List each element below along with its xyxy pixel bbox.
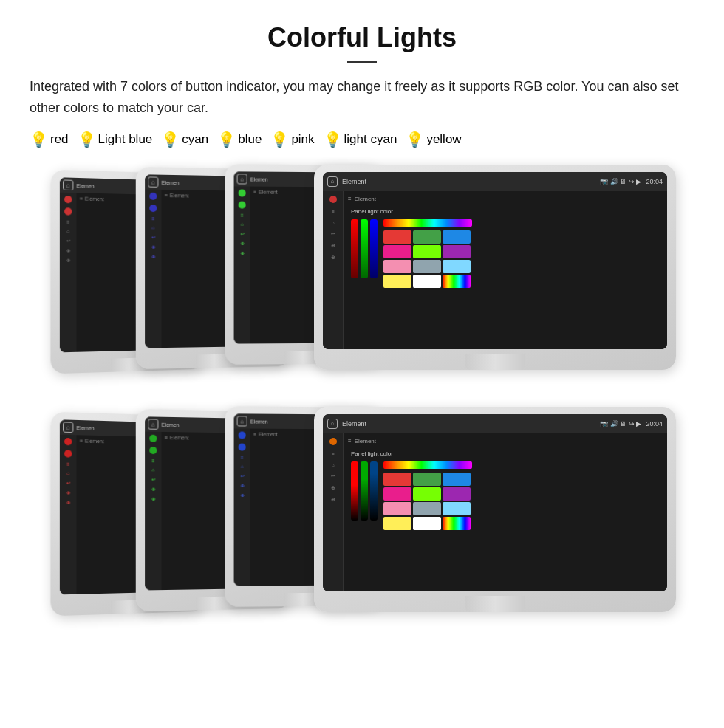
bot-swatch-rainbow[interactable] (443, 517, 471, 530)
home-icon-2: ⌂ (148, 176, 158, 187)
bot-swatch-green[interactable] (413, 473, 441, 486)
bot-title-1: Elemen (77, 425, 95, 430)
home-icon-main-top: ⌂ (327, 176, 338, 187)
bot-rainbow[interactable] (383, 461, 472, 469)
main-body-top: ≡ ⌂ ↩ ⊕ ⊕ ≡ Element (323, 191, 667, 349)
page-title: Colorful Lights (30, 22, 694, 53)
element-text-2: Element (170, 193, 189, 198)
main-body-bot: ≡ ⌂ ↩ ⊕ ⊕ ≡ Element Panel (323, 433, 667, 591)
main-time-bot: 20:04 (646, 420, 663, 427)
bot-dot-1 (64, 438, 72, 445)
bot-main-home[interactable]: ⌂ (326, 462, 340, 467)
sidebar-icon-g2: ⌂ (236, 222, 248, 226)
bot-menu-2: ≡ (165, 435, 168, 440)
bot-main-add1[interactable]: ⊕ (326, 485, 340, 491)
bot-swatch-purple[interactable] (443, 487, 471, 501)
main-sidebar-top: ≡ ⌂ ↩ ⊕ ⊕ (323, 191, 344, 349)
bot-home-3: ⌂ (237, 416, 247, 426)
main-time-top: 20:04 (646, 178, 663, 185)
swatch-rainbow[interactable] (443, 275, 471, 288)
bot-main-add2[interactable]: ⊕ (326, 497, 340, 503)
bot-swatch-lgreen[interactable] (413, 487, 441, 501)
color-bars-bot (351, 461, 378, 521)
bot-icon-b1: ≡ (236, 455, 248, 459)
panel-label-top: Panel light color (351, 208, 393, 215)
bot-swatch-lgray[interactable] (413, 502, 441, 515)
bot-bar-green[interactable] (361, 461, 368, 521)
bot-swatch-blue[interactable] (443, 473, 471, 486)
bot-sidebar-2: ≡ ⌂ ↩ ⊕ ⊕ (145, 431, 161, 590)
swatch-yellow[interactable] (383, 275, 411, 288)
bot-dot-b2 (239, 443, 246, 450)
bulb-icon-cyan: 💡 (161, 131, 180, 148)
bar-red-top[interactable] (351, 219, 358, 278)
bot-title-2: Elemen (162, 422, 180, 427)
main-sidebar-back[interactable]: ↩ (326, 231, 340, 237)
main-sidebar-home[interactable]: ⌂ (326, 220, 340, 225)
bar-green-top[interactable] (361, 219, 368, 278)
bot-icon-b3: ↩ (236, 473, 248, 478)
content-eq-top: ≡ (348, 196, 352, 202)
title-divider (347, 61, 377, 63)
sidebar-icon-1: ≡ (62, 219, 74, 224)
bot-swatch-yellow[interactable] (383, 517, 411, 530)
menu-icon-1: ≡ (80, 196, 83, 201)
bot-icon-3: ↩ (62, 480, 74, 485)
color-item-blue: 💡 blue (217, 131, 262, 148)
rainbow-top[interactable] (383, 219, 472, 227)
color-item-cyan: 💡 cyan (161, 131, 208, 148)
main-sidebar-add2[interactable]: ⊕ (326, 255, 340, 261)
swatch-lgreen[interactable] (413, 245, 441, 258)
home-icon-main-bot: ⌂ (327, 419, 338, 429)
swatch-lblue[interactable] (443, 260, 471, 273)
color-label-pink: pink (291, 132, 314, 147)
swatch-red[interactable] (383, 230, 411, 244)
main-sidebar-add1[interactable]: ⊕ (326, 243, 340, 249)
bot-bar-red[interactable] (351, 461, 358, 521)
bot-color-swatches (383, 473, 472, 530)
home-icon-1: ⌂ (63, 179, 73, 190)
topbar-icons-top: 📷 🔊 🖥 ↪ ▶ (600, 178, 641, 185)
bot-bar-blue[interactable] (370, 461, 378, 521)
main-sidebar-eq[interactable]: ≡ (326, 209, 340, 214)
sidebar-dot-b2 (149, 205, 157, 212)
sidebar-icon-5: ⊕ (62, 257, 74, 262)
swatch-blue[interactable] (443, 230, 471, 244)
bot-swatch-lblue[interactable] (443, 502, 471, 515)
bot-swatch-red[interactable] (383, 473, 411, 486)
swatch-white[interactable] (413, 275, 441, 288)
bot-swatch-pink[interactable] (383, 487, 411, 501)
swatch-pink[interactable] (383, 245, 411, 258)
swatch-lgray[interactable] (413, 260, 441, 273)
bot-screen-4: ⌂ Element 📷 🔊 🖥 ↪ ▶ 20:04 ≡ ⌂ ↩ ⊕ ⊕ (323, 414, 667, 591)
swatch-lpink[interactable] (383, 260, 411, 273)
bot-swatch-lpink[interactable] (383, 502, 411, 515)
bot-dot-2 (64, 450, 72, 457)
bot-main-eq[interactable]: ≡ (326, 451, 340, 456)
sidebar-icon-b5: ⊕ (147, 253, 159, 258)
description-text: Integrated with 7 colors of button indic… (30, 76, 694, 119)
bot-swatch-white[interactable] (413, 517, 441, 530)
bottom-device-row: ⌂ Elemen ≡ ⌂ ↩ ⊕ ⊕ (30, 407, 694, 636)
bot-main-dot1 (329, 438, 337, 445)
swatches-area-top (383, 219, 472, 288)
swatch-green[interactable] (413, 230, 441, 244)
color-item-lightcyan: 💡 light cyan (324, 131, 397, 148)
bot-sidebar-1: ≡ ⌂ ↩ ⊕ ⊕ (60, 434, 77, 594)
color-picker-bot (351, 461, 660, 530)
bot-main-back[interactable]: ↩ (326, 473, 340, 479)
top-device-row: ⌂ Elemen ≡ ⌂ ↩ ⊕ ⊕ (30, 165, 694, 394)
bot-icon-b4: ⊕ (236, 482, 248, 487)
bot-icon-b5: ⊕ (236, 492, 248, 497)
content-header-bot: ≡ Element (348, 438, 663, 444)
menu-icon-3: ≡ (253, 189, 256, 194)
bar-blue-top[interactable] (370, 219, 378, 278)
main-title-top: Element (342, 178, 366, 185)
bulb-icon-lightblue: 💡 (78, 131, 96, 148)
sidebar-dot-g1 (239, 189, 246, 196)
bot-icon-g2: ⌂ (147, 467, 159, 472)
color-list: 💡 red 💡 Light blue 💡 cyan 💡 blue 💡 pink … (30, 131, 694, 148)
bot-element-3: Element (259, 431, 278, 436)
color-item-lightblue: 💡 Light blue (78, 131, 153, 148)
swatch-purple[interactable] (443, 245, 471, 258)
